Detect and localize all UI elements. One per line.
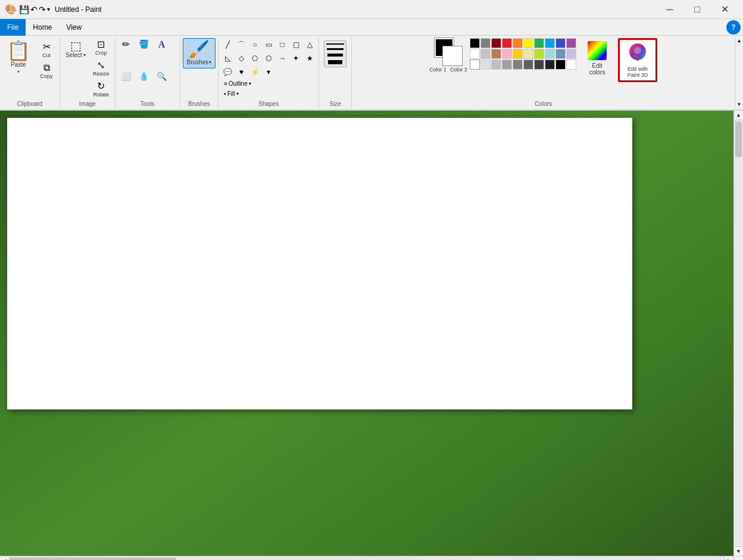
fill-color-btn[interactable]: ▪ Fill ▾ — [221, 89, 257, 98]
shape-triangle[interactable]: △ — [303, 38, 316, 51]
fill-dropdown-arrow[interactable]: ▾ — [236, 91, 239, 96]
hscroll-left-btn[interactable]: ◀ — [0, 556, 10, 561]
hscroll-right-btn[interactable]: ▶ — [724, 556, 733, 561]
vscroll-track[interactable] — [734, 120, 743, 546]
vscroll-thumb[interactable] — [735, 121, 742, 157]
paste-dropdown-arrow[interactable]: ▾ — [17, 69, 20, 74]
ribbon-scroll-down[interactable]: ▼ — [735, 102, 743, 107]
color-r2-cell-0[interactable] — [470, 49, 480, 59]
hscroll-thumb[interactable] — [10, 558, 176, 560]
shape-star4[interactable]: ✦ — [289, 52, 302, 65]
size-content — [321, 38, 349, 99]
undo-quick-btn[interactable]: ↶ — [30, 5, 38, 14]
color-cell-extra9[interactable] — [555, 60, 566, 70]
tools-group: ✏ 🪣 A ⬜ 💧 🔍 Tools — [115, 37, 180, 108]
shape-rect[interactable]: ▭ — [262, 38, 275, 51]
size-selector[interactable] — [324, 40, 346, 67]
maximize-button[interactable]: □ — [683, 0, 711, 19]
outline-btn[interactable]: ≡ Outline ▾ — [221, 79, 257, 88]
shape-rect2[interactable]: □ — [276, 38, 289, 51]
canvas-container[interactable] — [0, 111, 733, 556]
shape-diamond[interactable]: ◇ — [235, 52, 248, 65]
color-cell-extra7[interactable] — [534, 60, 544, 70]
eraser-button[interactable]: ⬜ — [118, 70, 135, 82]
color-r2-cell-2[interactable] — [491, 49, 501, 59]
color-cell-extra4[interactable] — [502, 60, 512, 70]
cut-button[interactable]: ✂ Cut — [36, 40, 57, 60]
hscroll-track[interactable] — [10, 556, 724, 560]
color-picker-button[interactable]: 💧 — [136, 70, 152, 82]
color-cell-extra10[interactable] — [566, 60, 576, 70]
color-r1-cell-3[interactable] — [502, 38, 512, 48]
crop-button[interactable]: ⊡ Crop — [90, 38, 113, 58]
color-r1-cell-1[interactable] — [480, 38, 491, 48]
text-button[interactable]: A — [154, 38, 170, 51]
outline-dropdown-arrow[interactable]: ▾ — [249, 81, 251, 86]
color-cell-extra8[interactable] — [545, 60, 555, 70]
color-r2-cell-1[interactable] — [480, 49, 491, 59]
color-r1-cell-7[interactable] — [545, 38, 555, 48]
vscroll-down-btn[interactable]: ▼ — [734, 546, 744, 556]
color2-swatch[interactable] — [443, 46, 462, 65]
shape-hexagon[interactable]: ⬡ — [262, 52, 275, 65]
customize-quick-btn[interactable]: ▾ — [47, 6, 50, 12]
color-cell-extra3[interactable] — [491, 60, 501, 70]
shape-line[interactable]: ╱ — [221, 38, 234, 51]
shape-arrow[interactable]: → — [276, 52, 289, 65]
shape-roundrect[interactable]: ▢ — [289, 38, 302, 51]
color-cell-extra6[interactable] — [523, 60, 533, 70]
resize-button[interactable]: ⤡ Resize — [90, 59, 113, 79]
color-r2-cell-3[interactable] — [502, 49, 512, 59]
vscroll-up-btn[interactable]: ▲ — [734, 111, 744, 120]
close-button[interactable]: ✕ — [711, 0, 738, 19]
color-r1-cell-0[interactable] — [470, 38, 480, 48]
select-button[interactable]: ⬚ Select ▾ — [63, 38, 89, 60]
color-r2-cell-5[interactable] — [523, 49, 533, 59]
color-r2-cell-4[interactable] — [513, 49, 523, 59]
size-options — [321, 38, 349, 70]
color-r2-cell-9[interactable] — [566, 49, 576, 59]
minimize-button[interactable]: ─ — [656, 0, 683, 19]
shape-lightning[interactable]: ⚡ — [248, 65, 261, 79]
menu-view[interactable]: View — [59, 19, 89, 36]
redo-quick-btn[interactable]: ↷ — [39, 5, 46, 14]
pencil-button[interactable]: ✏ — [118, 38, 135, 51]
color-cell-extra2[interactable] — [480, 60, 491, 70]
edit-paint3d-button[interactable]: Edit with Paint 3D — [618, 38, 657, 82]
color-cell-extra1[interactable] — [470, 60, 480, 70]
menu-home[interactable]: Home — [26, 19, 59, 36]
ribbon-scroll-up[interactable]: ▲ — [735, 38, 743, 43]
color-r2-cell-7[interactable] — [545, 49, 555, 59]
shape-more[interactable]: ▾ — [262, 65, 275, 79]
shape-star5[interactable]: ★ — [303, 52, 316, 65]
menu-file[interactable]: File — [0, 19, 26, 36]
brushes-dropdown[interactable]: ▾ — [209, 60, 211, 65]
magnifier-button[interactable]: 🔍 — [154, 70, 170, 82]
shape-pentagon[interactable]: ⬠ — [248, 52, 261, 65]
color-r1-cell-9[interactable] — [566, 38, 576, 48]
color-r1-cell-8[interactable] — [555, 38, 566, 48]
brushes-button[interactable]: 🖌️ Brushes▾ — [183, 38, 216, 68]
paste-button[interactable]: 📋 Paste ▾ — [2, 38, 35, 77]
shape-curve[interactable]: ⌒ — [235, 38, 248, 51]
color-cell-extra5[interactable] — [513, 60, 523, 70]
fill-button[interactable]: 🪣 — [136, 38, 152, 50]
color-r1-cell-6[interactable] — [534, 38, 544, 48]
edit-colors-button[interactable]: Edit colors — [581, 38, 613, 79]
color-r1-cell-2[interactable] — [491, 38, 501, 48]
color-r2-cell-8[interactable] — [555, 49, 566, 59]
save-quick-btn[interactable]: 💾 — [19, 5, 29, 14]
shape-heart[interactable]: ♥ — [235, 65, 248, 79]
select-dropdown-arrow[interactable]: ▾ — [83, 52, 86, 58]
shape-callout[interactable]: 💬 — [221, 65, 234, 79]
rotate-button[interactable]: ↻ Rotate — [90, 80, 113, 99]
svg-point-2 — [634, 47, 641, 54]
help-button[interactable]: ? — [726, 20, 741, 35]
drawing-canvas[interactable] — [7, 118, 632, 409]
shape-rtriangle[interactable]: ◺ — [221, 52, 234, 65]
color-r1-cell-5[interactable] — [523, 38, 533, 48]
shape-oval[interactable]: ○ — [248, 38, 261, 51]
copy-button[interactable]: ⧉ Copy — [36, 61, 57, 81]
color-r2-cell-6[interactable] — [534, 49, 544, 59]
color-r1-cell-4[interactable] — [513, 38, 523, 48]
